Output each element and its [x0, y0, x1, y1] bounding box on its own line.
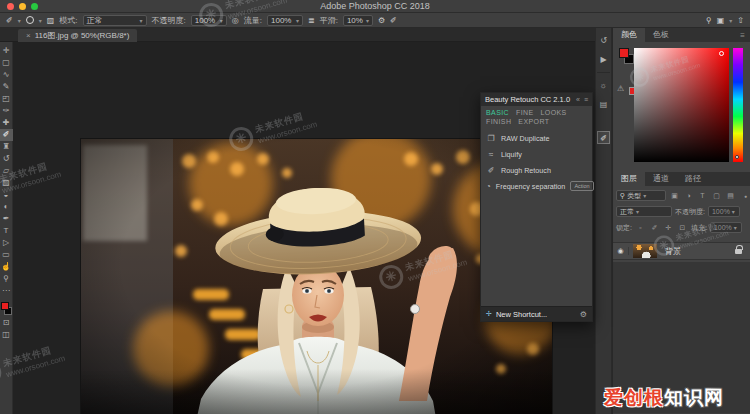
fill-label: 填充:: [691, 223, 707, 233]
libraries-panel-icon[interactable]: ▤: [597, 98, 610, 111]
tool-path-select[interactable]: ▷: [0, 237, 13, 249]
tab-basic[interactable]: BASIC: [486, 109, 509, 116]
tool-dodge[interactable]: ◐: [0, 201, 13, 213]
lock-pixels-icon[interactable]: ✐: [649, 224, 660, 232]
tool-pen[interactable]: ✒: [0, 213, 13, 225]
layer-blend-mode-select[interactable]: 正常 ▾: [616, 206, 672, 217]
smoothing-select[interactable]: 10% ▾: [343, 15, 373, 26]
tool-quick-select[interactable]: ✎: [0, 81, 13, 93]
airbrush-icon[interactable]: ≣: [308, 16, 315, 25]
layer-thumbnail[interactable]: [633, 244, 657, 258]
tab-fine[interactable]: FINE: [516, 109, 534, 116]
workspace-switcher-icon[interactable]: ▣: [717, 16, 725, 25]
foreground-color-swatch[interactable]: [1, 302, 9, 310]
flow-select[interactable]: 100% ▾: [267, 15, 303, 26]
new-shortcut-row[interactable]: ✢ New Shortcut... ⚙: [481, 306, 592, 321]
tab-looks[interactable]: LOOKS: [541, 109, 567, 116]
lock-artboard-icon[interactable]: ⊡: [677, 224, 688, 232]
screen-mode-button[interactable]: ◫: [0, 329, 13, 341]
tab-channels[interactable]: 通道: [645, 172, 677, 186]
tab-swatches[interactable]: 色板: [645, 28, 677, 42]
blend-mode-select[interactable]: 正常 ▾: [83, 15, 147, 26]
brush-preset-picker[interactable]: [26, 16, 34, 24]
chevron-down-icon[interactable]: ▾: [729, 17, 732, 24]
frequency-separation-button[interactable]: ◔ Frequency separation Action: [481, 178, 592, 194]
beauty-panel-tabs: BASIC FINE LOOKS FINISH EXPORT: [481, 106, 592, 127]
chevron-down-icon: ▾: [220, 17, 223, 24]
hue-slider-marker[interactable]: [735, 155, 739, 159]
chevron-down-icon[interactable]: ▾: [18, 17, 21, 24]
chevron-down-icon: ▾: [643, 192, 646, 199]
tool-type[interactable]: T: [0, 225, 13, 237]
pressure-opacity-icon[interactable]: ◎: [232, 16, 239, 25]
share-icon[interactable]: ⇧: [737, 16, 744, 25]
tab-color[interactable]: 颜色: [613, 28, 645, 42]
tool-zoom[interactable]: ⚲: [0, 273, 13, 285]
lock-position-icon[interactable]: ✛: [663, 224, 674, 232]
layer-fill-select[interactable]: 100% ▾: [710, 222, 742, 233]
filter-pixel-layers-icon[interactable]: ▣: [669, 192, 680, 200]
layer-row-background[interactable]: ◉ 背景: [613, 242, 750, 260]
tool-hand[interactable]: ☝: [0, 261, 13, 273]
tool-crop[interactable]: ◰: [0, 93, 13, 105]
chevron-down-icon[interactable]: ▾: [39, 17, 42, 24]
tool-shape[interactable]: ▭: [0, 249, 13, 261]
layer-filter-select[interactable]: ⚲ 类型 ▾: [616, 190, 666, 201]
hue-slider[interactable]: [733, 48, 743, 162]
brush-panel-toggle-icon[interactable]: ▨: [47, 16, 55, 25]
filter-type-layers-icon[interactable]: T: [697, 192, 708, 199]
panel-menu-icon[interactable]: ≡: [740, 31, 745, 40]
tab-export[interactable]: EXPORT: [518, 118, 549, 125]
rough-retouch-button[interactable]: ✐ Rough Retouch: [481, 162, 592, 178]
tool-marquee[interactable]: ▢: [0, 57, 13, 69]
beauty-retouch-panel-icon[interactable]: ✐: [597, 131, 610, 144]
opacity-select[interactable]: 100% ▾: [191, 15, 227, 26]
panel-dock: ↺ ▶ ☼ ▤ ✐: [595, 28, 612, 414]
tool-blur[interactable]: ◒: [0, 189, 13, 201]
pressure-size-icon[interactable]: ✐: [390, 16, 397, 25]
adjustments-panel-icon[interactable]: ☼: [597, 79, 610, 92]
tool-eraser[interactable]: ▱: [0, 165, 13, 177]
tool-move[interactable]: ✛: [0, 45, 13, 57]
collapse-panel-icon[interactable]: «: [576, 96, 580, 103]
search-icon[interactable]: ⚲: [706, 16, 712, 25]
panel-menu-icon[interactable]: ≡: [584, 96, 588, 103]
filter-shape-layers-icon[interactable]: ▢: [711, 192, 722, 200]
beauty-panel-header[interactable]: Beauty Retouch CC 2.1.0 « ≡: [481, 93, 592, 106]
tool-history-brush[interactable]: ↺: [0, 153, 13, 165]
frequency-separation-action-button[interactable]: Action: [570, 181, 593, 191]
foreground-color-swatch[interactable]: [619, 48, 629, 58]
tool-preset-icon[interactable]: ✐: [6, 16, 13, 25]
tool-brush[interactable]: ✐: [0, 129, 13, 141]
filter-toggle-icon[interactable]: ●: [744, 193, 747, 199]
history-panel-icon[interactable]: ↺: [597, 34, 610, 47]
filter-smart-objects-icon[interactable]: ▤: [725, 192, 736, 200]
corner-watermark-red: 爱创根: [604, 387, 664, 408]
saturation-brightness-picker[interactable]: [634, 48, 729, 162]
filter-adjustment-layers-icon[interactable]: ◑: [683, 192, 694, 199]
raw-duplicate-button[interactable]: ❐ RAW Duplicate: [481, 130, 592, 146]
lock-transparency-icon[interactable]: ▫: [635, 224, 646, 231]
beauty-panel-actions: ❐ RAW Duplicate ≈ Liquify ✐ Rough Retouc…: [481, 130, 592, 194]
document-tab-bar: × 116图.jpg @ 50%(RGB/8*): [0, 28, 595, 42]
tool-gradient[interactable]: ▨: [0, 177, 13, 189]
tab-layers[interactable]: 图层: [613, 172, 645, 186]
tab-finish[interactable]: FINISH: [486, 118, 511, 125]
actions-panel-icon[interactable]: ▶: [597, 53, 610, 66]
gamut-warning-icon[interactable]: ⚠: [617, 84, 624, 93]
gear-icon[interactable]: ⚙: [378, 16, 385, 25]
tool-lasso[interactable]: ∿: [0, 69, 13, 81]
tool-eyedropper[interactable]: ✑: [0, 105, 13, 117]
tool-clone-stamp[interactable]: ♜: [0, 141, 13, 153]
color-picker-marker[interactable]: [719, 51, 724, 56]
layer-visibility-eye-icon[interactable]: ◉: [613, 247, 629, 255]
layer-opacity-select[interactable]: 100% ▾: [708, 206, 740, 217]
gear-icon[interactable]: ⚙: [580, 310, 587, 319]
edit-toolbar-icon[interactable]: ⋯: [0, 285, 13, 297]
liquify-button[interactable]: ≈ Liquify: [481, 146, 592, 162]
document-tab[interactable]: × 116图.jpg @ 50%(RGB/8*): [18, 29, 137, 42]
close-tab-icon[interactable]: ×: [26, 31, 31, 40]
tab-paths[interactable]: 路径: [677, 172, 709, 186]
quick-mask-button[interactable]: ⊡: [0, 317, 13, 329]
tool-healing[interactable]: ✚: [0, 117, 13, 129]
